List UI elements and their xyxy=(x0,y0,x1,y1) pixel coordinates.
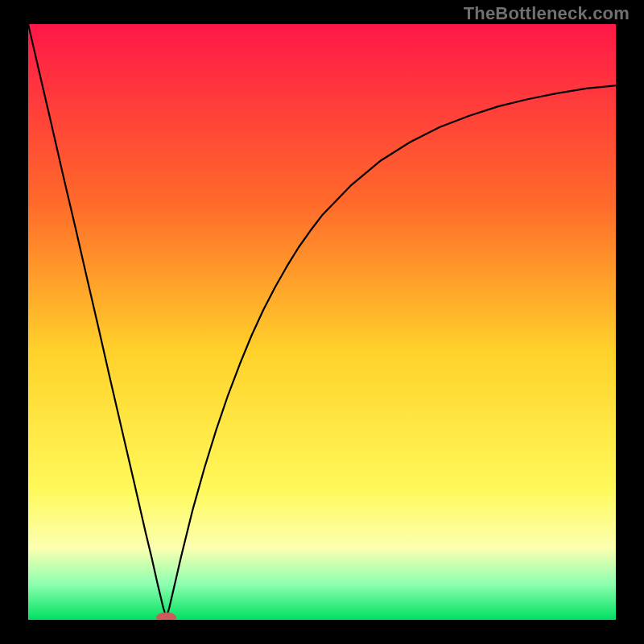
minimum-marker xyxy=(157,613,176,620)
watermark-text: TheBottleneck.com xyxy=(464,3,630,24)
chart-frame: TheBottleneck.com xyxy=(0,0,644,644)
gradient-background xyxy=(28,24,616,620)
chart-svg xyxy=(28,24,616,620)
plot-area xyxy=(28,24,616,620)
